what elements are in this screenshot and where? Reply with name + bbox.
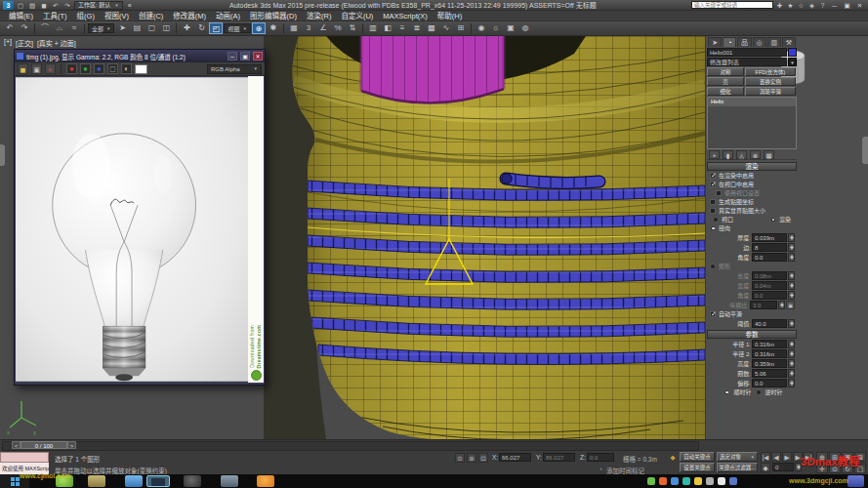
taskbar-active-app-icon[interactable] <box>146 475 170 487</box>
close-button[interactable]: ✕ <box>854 1 865 10</box>
percent-snap-icon[interactable]: % <box>331 22 345 34</box>
selection-filter-dropdown[interactable]: 全部 ▼ <box>88 23 114 33</box>
modifier-button-symmetry[interactable]: 对称 <box>707 67 744 76</box>
menu-modifiers[interactable]: 修改器(M) <box>168 11 211 21</box>
turns-field[interactable]: 5.06 <box>752 369 787 378</box>
thickness-field[interactable]: 0.039m <box>752 233 787 242</box>
ccw-radio[interactable] <box>756 389 762 395</box>
unlink-icon[interactable]: ⌓ <box>53 22 66 34</box>
modifier-stack[interactable]: Helix <box>707 97 797 149</box>
inner-cylinder[interactable] <box>361 36 504 103</box>
time-slider-track[interactable] <box>2 441 699 451</box>
y-coordinate-field[interactable]: 86.027 <box>543 453 575 462</box>
angle2-spinner[interactable] <box>788 291 795 300</box>
tray-icon-1[interactable] <box>647 477 655 485</box>
viewport-shading-label[interactable]: [真实 + 边面] <box>37 38 76 48</box>
mirror-icon[interactable]: ◧ <box>381 22 394 34</box>
menu-customize[interactable]: 自定义(U) <box>336 11 378 21</box>
renderer-radio[interactable] <box>770 217 776 223</box>
curve-editor-icon[interactable]: ∿ <box>439 22 453 34</box>
undo-icon[interactable]: ↶ <box>51 1 61 10</box>
rollout-rendering-header[interactable]: 渲染 <box>707 162 797 171</box>
taskbar-app-6-icon[interactable] <box>221 475 238 487</box>
layer-manager-icon[interactable]: ≣ <box>410 22 424 34</box>
make-unique-icon[interactable]: ◬ <box>736 150 747 159</box>
channel-mode-dropdown[interactable]: RGB Alpha ▼ <box>207 64 262 74</box>
modifier-button-shell[interactable]: 壳 <box>707 77 744 86</box>
object-name-field[interactable]: Helix001 <box>707 48 787 57</box>
z-coordinate-field[interactable]: 0.0 <box>587 453 614 462</box>
blue-channel-toggle[interactable]: ● <box>94 63 104 74</box>
clone-image-icon[interactable]: ▣ <box>31 63 42 74</box>
aspect-spinner[interactable] <box>778 301 785 309</box>
radius1-field[interactable]: 0.316m <box>752 340 787 348</box>
angle-spinner[interactable] <box>788 253 795 262</box>
favorites-icon[interactable]: ★ <box>786 1 795 10</box>
key-mode-toggle-icon[interactable]: ◆ <box>761 463 770 472</box>
object-color-swatch[interactable] <box>788 48 797 57</box>
sides-spinner[interactable] <box>788 243 795 252</box>
tray-icon-5[interactable] <box>694 477 702 485</box>
select-scale-icon[interactable]: ◰ <box>209 22 223 34</box>
tray-icon-2[interactable] <box>659 477 667 485</box>
menu-help[interactable]: 帮助(H) <box>433 11 467 21</box>
radius2-field[interactable]: 0.316m <box>752 349 787 358</box>
angle2-field[interactable]: 0.0 <box>752 291 787 300</box>
save-file-icon[interactable]: ◼ <box>39 1 49 10</box>
restore-button[interactable]: ▣ <box>842 1 852 10</box>
select-rotate-icon[interactable]: ↻ <box>194 22 208 34</box>
thickness-spinner[interactable] <box>788 233 795 242</box>
width-spinner[interactable] <box>788 281 795 290</box>
real-world-map-size-checkbox[interactable] <box>710 208 716 214</box>
delete-image-icon[interactable]: ✕ <box>45 63 56 74</box>
set-key-button[interactable]: 设置关键点 <box>680 463 715 472</box>
taskbar-app-7-icon[interactable] <box>257 475 274 487</box>
menu-graph-editors[interactable]: 图形编辑器(D) <box>245 11 302 21</box>
select-by-name-icon[interactable]: ▤ <box>130 22 144 34</box>
menu-views[interactable]: 视图(V) <box>100 11 134 21</box>
help-icon[interactable]: ? <box>818 1 827 10</box>
show-end-result-icon[interactable]: ▮ <box>723 150 733 159</box>
image-viewer-titlebar[interactable]: timg (1).jpg, 显示 Gamma: 2.2, RGB 颜色 8 位/… <box>15 50 265 62</box>
tab-motion[interactable]: ◎ <box>753 37 766 47</box>
window-crossing-icon[interactable]: ◫ <box>159 22 173 34</box>
taskbar-app-3-icon[interactable] <box>125 475 143 487</box>
width-field[interactable]: 0.04m <box>752 281 787 290</box>
enable-in-renderer-checkbox[interactable] <box>710 173 716 179</box>
material-editor-icon[interactable]: ◉ <box>475 22 488 34</box>
menu-animation[interactable]: 动画(A) <box>211 11 245 21</box>
use-center-icon[interactable]: ⊕ <box>252 22 266 34</box>
monochrome-toggle[interactable]: ◐ <box>121 63 132 74</box>
modifier-list-dropdown[interactable]: 修改器列表 <box>707 58 787 66</box>
remove-modifier-icon[interactable]: ⊗ <box>750 150 761 159</box>
rectangular-region-icon[interactable]: ▢ <box>145 22 158 34</box>
selection-lock-icon[interactable]: ⊛ <box>467 453 476 463</box>
menu-group[interactable]: 组(G) <box>72 11 100 21</box>
input-method-indicator[interactable] <box>847 475 864 487</box>
length-field[interactable]: 0.08m <box>752 271 787 280</box>
menu-create[interactable]: 创建(C) <box>134 11 168 21</box>
tab-hierarchy[interactable]: 品 <box>737 37 751 47</box>
background-color-swatch[interactable] <box>135 64 147 74</box>
redo-icon[interactable]: ↷ <box>18 22 31 34</box>
previous-key-icon[interactable]: ◀ <box>771 452 781 462</box>
select-object-icon[interactable]: ➤ <box>115 22 129 34</box>
ribbon-toggle-icon[interactable]: ▩ <box>425 22 438 34</box>
tray-icon-3[interactable] <box>671 477 679 485</box>
threshold-field[interactable]: 40.0 <box>752 319 787 328</box>
modifier-button-ffd-box[interactable]: FFD(长方体) <box>745 67 796 76</box>
new-scene-icon[interactable]: ▢ <box>16 1 25 10</box>
menu-tools[interactable]: 工具(T) <box>38 11 72 21</box>
menu-maxscript[interactable]: MAXScript(X) <box>378 11 432 21</box>
cw-radio[interactable] <box>723 389 729 395</box>
height-field[interactable]: 0.359m <box>752 359 787 368</box>
tab-display[interactable]: ▥ <box>767 37 781 47</box>
image-viewer-canvas[interactable]: dreamstime Downloaded from Dreamstime.co… <box>16 76 264 383</box>
rectangular-radio[interactable] <box>710 264 716 269</box>
isolate-selection-icon[interactable]: ⊙ <box>455 453 465 463</box>
search-input[interactable] <box>691 1 773 9</box>
aspect-lock-icon[interactable]: ▣ <box>786 301 795 309</box>
enable-in-viewport-checkbox[interactable] <box>710 182 716 187</box>
select-manipulate-icon[interactable]: ✱ <box>267 22 280 34</box>
rendered-frame-icon[interactable]: ▣ <box>504 22 517 34</box>
